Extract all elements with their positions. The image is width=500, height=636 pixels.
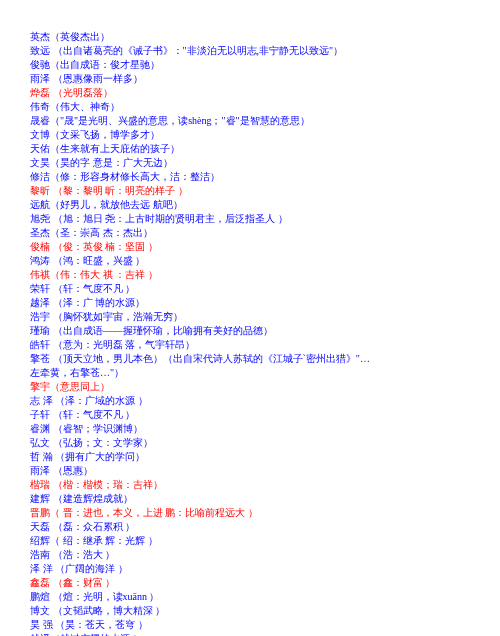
- name-entry: 俊楠 （俊：英俊 楠：坚固 ）: [30, 240, 470, 254]
- name-entry: 远航（好男儿，就放他去远 航吧）: [30, 198, 470, 212]
- name-entry: 博文 （文韬武略，博大精深 ）: [30, 604, 470, 618]
- name-entry: 黎昕 （黎：黎明 昕：明亮的样子 ）: [30, 184, 470, 198]
- name-entry: 志 泽 （泽：广域的水源 ）: [30, 394, 470, 408]
- name-entry: 鹏煊 （煊：光明，读xuānn ）: [30, 590, 470, 604]
- name-entry: 子轩 （轩：气度不凡 ）: [30, 408, 470, 422]
- name-entry: 浩宇 （胸怀犹如宇宙，浩瀚无穷）: [30, 310, 470, 324]
- name-entry: 鸿涛 （鸿：旺盛，兴盛 ）: [30, 254, 470, 268]
- name-entry: 越泽 （泽：广 博的水源）: [30, 296, 470, 310]
- name-entry: 天磊 （磊：众石累积 ）: [30, 520, 470, 534]
- name-entry: 雨泽 （恩惠像雨一样多）: [30, 72, 470, 86]
- name-entry: 圣杰（圣：崇高 杰：杰出）: [30, 226, 470, 240]
- name-entry: 伟奇（伟大、神奇）: [30, 100, 470, 114]
- name-entry: 雨泽 （恩惠）: [30, 464, 470, 478]
- name-entry: 越泽（越过广阔的水源 ）: [30, 632, 470, 636]
- name-entry: 绍辉（ 绍：继承 辉：光辉 ）: [30, 534, 470, 548]
- name-entry: 哲 瀚 （拥有广大的学问）: [30, 450, 470, 464]
- name-entry: 烨磊 （光明磊落）: [30, 86, 470, 100]
- name-entry: 睿渊 （睿智；学识渊博）: [30, 422, 470, 436]
- name-entry: 文博（文采飞扬，博学多才）: [30, 128, 470, 142]
- name-entry: 浩南 （浩：浩大 ）: [30, 548, 470, 562]
- name-entry: 擎宇（意思同上）: [30, 380, 470, 394]
- name-entry: 文昊（昊的字 意是：广大无边）: [30, 156, 470, 170]
- name-entry: 鑫磊 （鑫：财富 ）: [30, 576, 470, 590]
- name-entry: 皓轩 （意为：光明磊 落，气宇轩昂）: [30, 338, 470, 352]
- name-entry: 伟祺（伟：伟大 祺 ：吉祥 ）: [30, 268, 470, 282]
- name-entry: 瑾瑜 （出自成语――握瑾怀瑜，比喻拥有美好的品德）: [30, 324, 470, 338]
- name-entry: 英杰（英俊杰出）: [30, 30, 470, 44]
- name-entry: 弘文 （弘扬；文：文学家）: [30, 436, 470, 450]
- name-entry: 荣轩 （轩：气度不凡 ）: [30, 282, 470, 296]
- name-entry: 昊 强 （昊：苍天，苍穹 ）: [30, 618, 470, 632]
- name-entry: 天佑（生来就有上天庇佑的孩子）: [30, 142, 470, 156]
- name-entry: 晟睿（"晟"是光明、兴盛的意思，读shèng；"睿"是智慧的意思）: [30, 114, 470, 128]
- name-list: 英杰（英俊杰出）致远 （出自诸葛亮的《诫子书》："非淡泊无以明志,非宁静无以致远…: [30, 30, 470, 636]
- name-entry: 致远 （出自诸葛亮的《诫子书》："非淡泊无以明志,非宁静无以致远"）: [30, 44, 470, 58]
- name-entry: 泽 洋 （广阔的海洋 ）: [30, 562, 470, 576]
- name-entry: 俊驰（出自成语：俊才星驰）: [30, 58, 470, 72]
- name-entry: 左牵黄，右擎苍…"）: [30, 366, 470, 380]
- name-entry: 楷瑞 （楷：楷模；瑞：吉祥）: [30, 478, 470, 492]
- name-entry: 擎苍 （顶天立地，男儿本色）（出自宋代诗人苏轼的《江城子`密州出猎》"…: [30, 352, 470, 366]
- name-entry: 晋鹏（ 晋：进也，本义，上进 鹏：比喻前程远大 ）: [30, 506, 470, 520]
- name-entry: 建辉 （建造辉煌成就）: [30, 492, 470, 506]
- name-entry: 修洁（修：形容身材修长高大，洁：整洁）: [30, 170, 470, 184]
- name-entry: 旭尧 （旭：旭日 尧：上古时期的贤明君主，后泛指圣人 ）: [30, 212, 470, 226]
